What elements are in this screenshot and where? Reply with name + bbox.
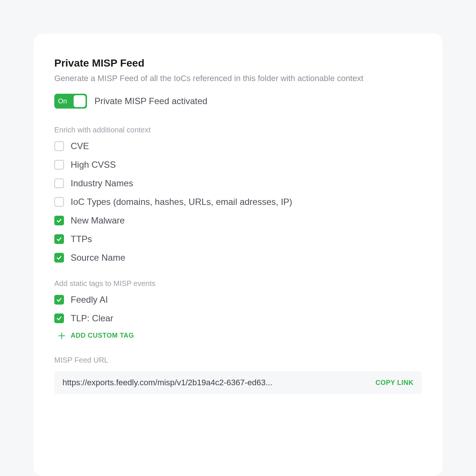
url-row: https://exports.feedly.com/misp/v1/2b19a… bbox=[54, 371, 422, 394]
add-custom-tag-button[interactable]: ADD CUSTOM TAG bbox=[54, 332, 422, 340]
tags-list: Feedly AITLP: Clear bbox=[54, 295, 422, 324]
enrich-item-row: Industry Names bbox=[54, 178, 422, 189]
enrich-item-row: Source Name bbox=[54, 253, 422, 263]
page-title: Private MISP Feed bbox=[54, 57, 422, 69]
toggle-status-text: Private MISP Feed activated bbox=[94, 96, 208, 106]
tag-item-checkbox[interactable] bbox=[54, 313, 64, 323]
enrich-list: CVEHigh CVSSIndustry NamesIoC Types (dom… bbox=[54, 141, 422, 263]
enrich-item-checkbox[interactable] bbox=[54, 141, 64, 151]
tag-item-checkbox[interactable] bbox=[54, 295, 64, 305]
enrich-item-checkbox[interactable] bbox=[54, 216, 64, 225]
enrich-item-checkbox[interactable] bbox=[54, 197, 64, 207]
enrich-item-label: IoC Types (domains, hashes, URLs, email … bbox=[71, 197, 292, 207]
feed-toggle[interactable]: On bbox=[54, 94, 87, 109]
enrich-item-row: New Malware bbox=[54, 215, 422, 226]
copy-link-button[interactable]: COPY LINK bbox=[376, 379, 414, 387]
toggle-on-label: On bbox=[58, 97, 67, 105]
tag-item-row: TLP: Clear bbox=[54, 313, 422, 324]
plus-icon bbox=[58, 332, 65, 340]
tag-item-label: Feedly AI bbox=[71, 295, 108, 305]
enrich-item-checkbox[interactable] bbox=[54, 234, 64, 244]
enrich-item-row: TTPs bbox=[54, 234, 422, 244]
toggle-knob bbox=[74, 95, 86, 107]
enrich-item-checkbox[interactable] bbox=[54, 253, 64, 263]
page-subtitle: Generate a MISP Feed of all the IoCs ref… bbox=[54, 74, 422, 83]
enrich-item-label: High CVSS bbox=[71, 160, 116, 170]
enrich-item-label: CVE bbox=[71, 141, 89, 151]
enrich-item-label: TTPs bbox=[71, 234, 92, 244]
enrich-item-checkbox[interactable] bbox=[54, 178, 64, 188]
enrich-item-row: CVE bbox=[54, 141, 422, 151]
feed-url-text: https://exports.feedly.com/misp/v1/2b19a… bbox=[62, 378, 273, 387]
tags-section-label: Add static tags to MISP events bbox=[54, 279, 422, 288]
misp-feed-card: Private MISP Feed Generate a MISP Feed o… bbox=[33, 33, 443, 476]
add-custom-tag-label: ADD CUSTOM TAG bbox=[71, 332, 134, 340]
url-section-label: MISP Feed URL bbox=[54, 356, 422, 364]
enrich-section-label: Enrich with additional context bbox=[54, 126, 422, 134]
enrich-item-row: IoC Types (domains, hashes, URLs, email … bbox=[54, 197, 422, 207]
tag-item-label: TLP: Clear bbox=[71, 313, 113, 324]
enrich-item-row: High CVSS bbox=[54, 160, 422, 170]
enrich-item-label: Industry Names bbox=[71, 178, 133, 189]
enrich-item-label: Source Name bbox=[71, 253, 125, 263]
enrich-item-checkbox[interactable] bbox=[54, 160, 64, 170]
tag-item-row: Feedly AI bbox=[54, 295, 422, 305]
toggle-row: On Private MISP Feed activated bbox=[54, 94, 422, 109]
enrich-item-label: New Malware bbox=[71, 215, 125, 226]
